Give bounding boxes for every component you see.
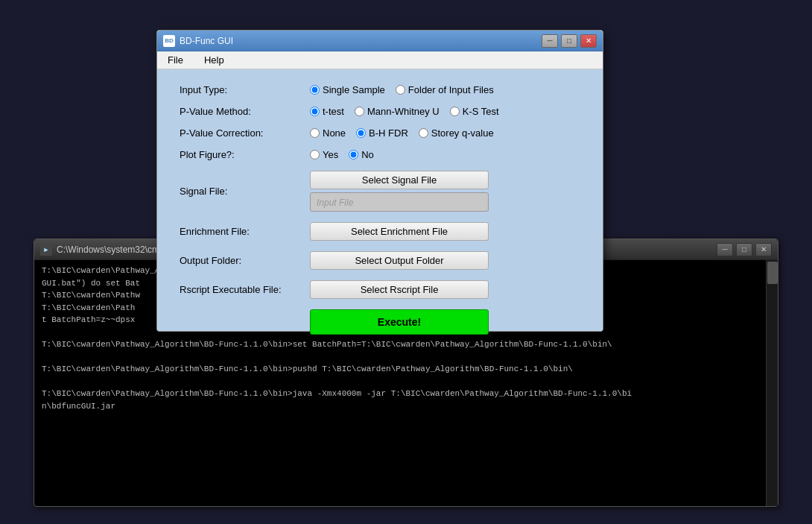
folder-input-radio[interactable]	[396, 85, 405, 95]
terminal-scrollbar-thumb	[767, 262, 778, 284]
pvalue-correction-label: P-Value Correction:	[180, 127, 310, 139]
folder-input-label: Folder of Input Files	[408, 84, 494, 95]
gui-minimize-button[interactable]: ─	[542, 34, 558, 48]
pvalue-correction-controls: None B-H FDR Storey q-value	[310, 127, 580, 139]
no-option[interactable]: No	[349, 149, 374, 160]
none-label: None	[323, 127, 346, 139]
gui-close-button[interactable]: ✕	[580, 34, 597, 48]
menu-bar: File Help	[157, 51, 603, 69]
gui-titlebar: BD BD-Func GUI ─ □ ✕	[157, 31, 603, 51]
input-type-row: Input Type: Single Sample Folder of Inpu…	[180, 84, 580, 95]
gui-window-controls: ─ □ ✕	[542, 34, 597, 48]
mw-option[interactable]: Mann-Whitney U	[355, 106, 440, 117]
none-radio[interactable]	[310, 128, 320, 138]
plot-figure-controls: Yes No	[310, 149, 580, 160]
pvalue-method-label: P-Value Method:	[180, 106, 310, 117]
terminal-line-10	[42, 376, 770, 388]
ttest-option[interactable]: t-test	[310, 106, 344, 117]
single-sample-label: Single Sample	[323, 84, 385, 95]
terminal-close-button[interactable]: ✕	[755, 243, 772, 256]
input-type-label: Input Type:	[180, 84, 310, 95]
terminal-minimize-button[interactable]: ─	[717, 243, 733, 256]
terminal-controls: ─ □ ✕	[717, 243, 772, 256]
terminal-line-8	[42, 351, 770, 364]
no-label: No	[361, 149, 374, 160]
terminal-line-9: T:\BIC\cwarden\Pathway_Algorithm\BD-Func…	[42, 363, 770, 376]
signal-file-label: Signal File:	[180, 186, 310, 197]
bh-fdr-option[interactable]: B-H FDR	[356, 127, 408, 139]
single-sample-radio[interactable]	[310, 85, 320, 95]
plot-figure-label: Plot Figure?:	[180, 149, 310, 160]
storey-label: Storey q-value	[431, 127, 494, 139]
plot-figure-row: Plot Figure?: Yes No	[180, 149, 580, 160]
select-output-folder-button[interactable]: Select Output Folder	[310, 251, 489, 270]
gui-restore-button[interactable]: □	[561, 34, 577, 48]
bh-fdr-radio[interactable]	[356, 128, 366, 138]
ks-option[interactable]: K-S Test	[450, 106, 499, 117]
signal-file-row: Signal File: Select Signal File Input Fi…	[180, 171, 580, 212]
yes-option[interactable]: Yes	[310, 149, 338, 160]
ttest-label: t-test	[323, 106, 344, 117]
terminal-line-11: T:\BIC\cwarden\Pathway_Algorithm\BD-Func…	[42, 388, 770, 400]
output-folder-row: Output Folder: Select Output Folder	[180, 251, 580, 270]
yes-label: Yes	[323, 149, 338, 160]
gui-title: BD-Func GUI	[180, 36, 542, 46]
single-sample-option[interactable]: Single Sample	[310, 84, 385, 95]
execute-row: Execute!	[180, 309, 580, 335]
ks-label: K-S Test	[463, 106, 499, 117]
output-folder-label: Output Folder:	[180, 255, 310, 266]
none-option[interactable]: None	[310, 127, 346, 139]
rscript-file-label: Rscript Executable File:	[180, 284, 310, 295]
select-enrichment-file-button[interactable]: Select Enrichment File	[310, 222, 489, 241]
enrichment-file-label: Enrichment File:	[180, 226, 310, 237]
enrichment-file-row: Enrichment File: Select Enrichment File	[180, 222, 580, 241]
terminal-icon: ►	[40, 244, 52, 256]
storey-option[interactable]: Storey q-value	[419, 127, 494, 139]
terminal-restore-button[interactable]: □	[736, 243, 752, 256]
mw-label: Mann-Whitney U	[367, 106, 440, 117]
signal-file-placeholder: Input File	[317, 198, 353, 208]
menu-file[interactable]: File	[163, 53, 188, 67]
select-signal-file-button[interactable]: Select Signal File	[310, 171, 489, 189]
menu-help[interactable]: Help	[200, 53, 229, 67]
bh-fdr-label: B-H FDR	[369, 127, 408, 139]
ttest-radio[interactable]	[310, 107, 320, 116]
signal-file-display: Input File	[310, 192, 489, 212]
rscript-file-row: Rscript Executable File: Select Rscript …	[180, 280, 580, 299]
terminal-line-7: T:\BIC\cwarden\Pathway_Algorithm\BD-Func…	[42, 338, 770, 351]
select-rscript-file-button[interactable]: Select Rscript File	[310, 280, 489, 299]
pvalue-method-controls: t-test Mann-Whitney U K-S Test	[310, 106, 580, 117]
storey-radio[interactable]	[419, 128, 428, 138]
terminal-scrollbar[interactable]	[766, 260, 778, 506]
execute-button[interactable]: Execute!	[310, 309, 489, 335]
ks-radio[interactable]	[450, 107, 460, 116]
signal-file-controls: Select Signal File Input File	[310, 171, 489, 212]
folder-input-option[interactable]: Folder of Input Files	[396, 84, 494, 95]
pvalue-method-row: P-Value Method: t-test Mann-Whitney U K-…	[180, 106, 580, 117]
mw-radio[interactable]	[355, 107, 364, 116]
input-type-controls: Single Sample Folder of Input Files	[310, 84, 580, 95]
pvalue-correction-row: P-Value Correction: None B-H FDR Storey …	[180, 127, 580, 139]
gui-app-icon: BD	[163, 35, 175, 47]
no-radio[interactable]	[349, 150, 358, 160]
gui-content: Input Type: Single Sample Folder of Inpu…	[157, 69, 603, 331]
terminal-line-12: n\bdfuncGUI.jar	[42, 400, 770, 413]
gui-window: BD BD-Func GUI ─ □ ✕ File Help Input Typ…	[156, 30, 603, 332]
yes-radio[interactable]	[310, 150, 320, 160]
